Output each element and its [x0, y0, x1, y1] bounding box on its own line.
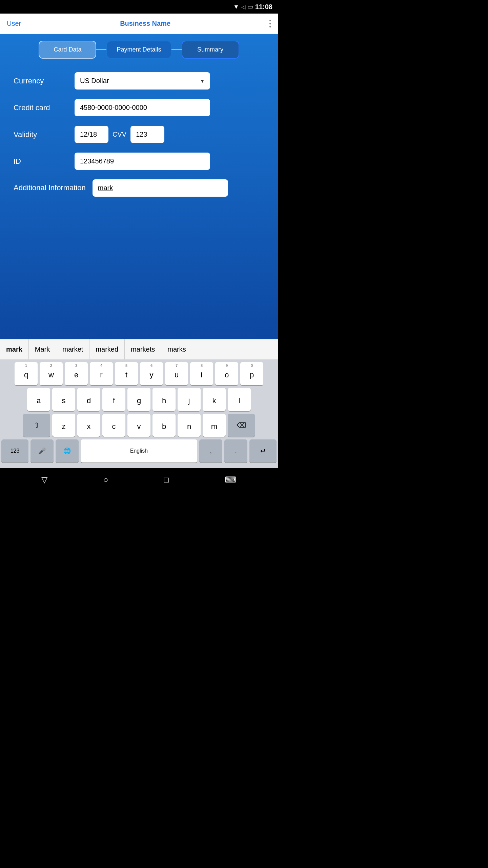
key-c[interactable]: c	[102, 414, 125, 437]
currency-value: US Dollar	[80, 77, 109, 85]
autocomplete-item-marks[interactable]: marks	[161, 339, 192, 359]
key-globe[interactable]: 🌐	[56, 439, 79, 462]
key-w[interactable]: 2w	[40, 362, 63, 385]
status-bar: ▼ ◁ ▭ 11:08	[0, 0, 278, 14]
key-l[interactable]: l	[228, 388, 251, 411]
key-enter[interactable]: ↵	[249, 439, 277, 462]
additional-info-input[interactable]: mark	[93, 179, 228, 197]
business-name: Business Name	[120, 20, 170, 27]
signal-icon: ◁	[241, 4, 245, 10]
additional-info-label: Additional Information	[14, 183, 86, 193]
key-space[interactable]: English	[81, 439, 197, 462]
key-v[interactable]: v	[127, 414, 150, 437]
key-z[interactable]: z	[52, 414, 75, 437]
key-h[interactable]: h	[152, 388, 176, 411]
credit-card-row: Credit card 4580-0000-0000-0000	[14, 99, 264, 116]
form-section: Currency US Dollar ▼ Credit card 4580-00…	[7, 69, 271, 210]
currency-dropdown[interactable]: US Dollar ▼	[75, 72, 210, 90]
key-t[interactable]: 5t	[115, 362, 138, 385]
key-p[interactable]: 0p	[240, 362, 263, 385]
validity-inputs: 12/18 CVV 123	[75, 126, 264, 143]
keyboard-row-4: 123 🎤 🌐 English , . ↵	[1, 439, 277, 462]
cvv-label: CVV	[113, 131, 126, 138]
credit-card-label: Credit card	[14, 103, 68, 112]
main-content: Card Data Payment Details Summary Curren…	[0, 34, 278, 339]
currency-row: Currency US Dollar ▼	[14, 72, 264, 90]
validity-row: Validity 12/18 CVV 123	[14, 126, 264, 143]
keyboard: 1q 2w 3e 4r 5t 6y 7u 8i 9o 0p a s d f g …	[0, 359, 278, 468]
step-connector-1	[96, 49, 106, 50]
key-i[interactable]: 8i	[190, 362, 213, 385]
validity-input[interactable]: 12/18	[75, 126, 108, 143]
id-label: ID	[14, 157, 68, 166]
key-mic[interactable]: 🎤	[30, 439, 54, 462]
menu-button[interactable]	[269, 20, 271, 27]
status-icons: ▼ ◁ ▭ 11:08	[233, 3, 272, 11]
nav-bar: ▽ ○ □ ⌨	[0, 468, 278, 492]
additional-info-row: Additional Information mark	[14, 179, 264, 197]
key-e[interactable]: 3e	[65, 362, 88, 385]
key-period[interactable]: .	[224, 439, 247, 462]
key-k[interactable]: k	[203, 388, 226, 411]
autocomplete-item-market[interactable]: market	[56, 339, 89, 359]
tab-summary[interactable]: Summary	[182, 41, 239, 59]
key-q[interactable]: 1q	[15, 362, 38, 385]
key-comma[interactable]: ,	[199, 439, 222, 462]
autocomplete-bar: mark Mark market marked markets marks	[0, 339, 278, 359]
tab-payment-details[interactable]: Payment Details	[106, 41, 171, 59]
nav-home-button[interactable]: ○	[103, 475, 108, 485]
keyboard-row-2: a s d f g h j k l	[1, 388, 277, 411]
key-num[interactable]: 123	[1, 439, 28, 462]
key-d[interactable]: d	[77, 388, 100, 411]
validity-label: Validity	[14, 130, 68, 139]
user-label[interactable]: User	[7, 20, 21, 27]
nav-recent-button[interactable]: □	[164, 475, 169, 485]
key-m[interactable]: m	[203, 414, 226, 437]
nav-keyboard-button[interactable]: ⌨	[225, 475, 237, 485]
key-o[interactable]: 9o	[215, 362, 238, 385]
key-r[interactable]: 4r	[90, 362, 113, 385]
autocomplete-item-mark[interactable]: mark	[0, 339, 29, 359]
key-f[interactable]: f	[102, 388, 125, 411]
keyboard-row-3: ⇧ z x c v b n m ⌫	[1, 414, 277, 437]
key-b[interactable]: b	[152, 414, 176, 437]
autocomplete-item-marked[interactable]: marked	[89, 339, 125, 359]
id-input[interactable]: 123456789	[75, 153, 210, 170]
key-j[interactable]: j	[178, 388, 201, 411]
battery-icon: ▭	[247, 3, 253, 11]
key-x[interactable]: x	[77, 414, 100, 437]
step-connector-2	[171, 49, 182, 50]
key-y[interactable]: 6y	[140, 362, 163, 385]
currency-label: Currency	[14, 77, 68, 85]
key-a[interactable]: a	[27, 388, 50, 411]
dropdown-arrow-icon: ▼	[200, 78, 205, 84]
id-row: ID 123456789	[14, 153, 264, 170]
key-n[interactable]: n	[178, 414, 201, 437]
key-backspace[interactable]: ⌫	[228, 414, 255, 437]
cvv-input[interactable]: 123	[130, 126, 164, 143]
key-s[interactable]: s	[52, 388, 75, 411]
status-time: 11:08	[255, 3, 272, 11]
credit-card-input[interactable]: 4580-0000-0000-0000	[75, 99, 210, 116]
autocomplete-item-Mark[interactable]: Mark	[29, 339, 56, 359]
key-shift[interactable]: ⇧	[23, 414, 50, 437]
key-g[interactable]: g	[127, 388, 150, 411]
top-bar: User Business Name	[0, 14, 278, 34]
nav-back-button[interactable]: ▽	[41, 475, 47, 485]
autocomplete-item-markets[interactable]: markets	[125, 339, 161, 359]
tab-card-data[interactable]: Card Data	[39, 41, 96, 59]
key-u[interactable]: 7u	[165, 362, 188, 385]
wifi-icon: ▼	[233, 3, 239, 11]
keyboard-row-1: 1q 2w 3e 4r 5t 6y 7u 8i 9o 0p	[1, 362, 277, 385]
step-tabs: Card Data Payment Details Summary	[7, 41, 271, 59]
